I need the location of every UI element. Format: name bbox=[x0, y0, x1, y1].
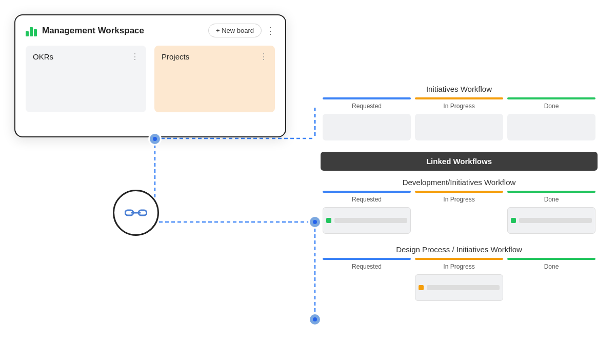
workflow-development-title: Development/Initiatives Workflow bbox=[321, 178, 598, 187]
board-item-projects[interactable]: Projects ⋮ bbox=[154, 46, 275, 112]
workflow-card-tagged bbox=[323, 207, 411, 234]
col-bar-blue bbox=[323, 258, 411, 260]
workflow-card-empty bbox=[507, 274, 595, 301]
workflow-design-columns: Requested In Progress Done bbox=[321, 258, 598, 303]
col-header-done: Done bbox=[507, 103, 595, 112]
tag-bar bbox=[334, 218, 407, 223]
col-bar-blue bbox=[323, 191, 411, 193]
col-bar-orange bbox=[415, 258, 503, 260]
workflow-card bbox=[507, 114, 595, 140]
workflow-initiatives-title: Initiatives Workflow bbox=[321, 85, 598, 93]
col-bar-orange bbox=[415, 191, 503, 193]
board-item-okrs[interactable]: OKRs ⋮ bbox=[26, 46, 146, 112]
board-item-projects-header: Projects ⋮ bbox=[162, 52, 268, 62]
tag-dot-green bbox=[326, 218, 331, 223]
workspace-card: Management Workspace + New board ⋮ OKRs … bbox=[14, 14, 286, 137]
workspace-header: Management Workspace + New board ⋮ bbox=[26, 24, 275, 37]
development-col-requested: Requested bbox=[321, 191, 413, 236]
workflow-design-title: Design Process / Initiatives Workflow bbox=[321, 245, 598, 254]
workflow-initiatives-columns: Requested In Progress Done bbox=[321, 97, 598, 143]
board-projects-title: Projects bbox=[162, 52, 189, 61]
workflow-development: Development/Initiatives Workflow Request… bbox=[321, 178, 598, 236]
new-board-button[interactable]: + New board bbox=[208, 24, 262, 37]
col-header-done: Done bbox=[507, 263, 595, 272]
bar-chart-icon bbox=[26, 25, 37, 36]
col-bar-green bbox=[507, 97, 595, 99]
workflow-card-empty bbox=[415, 207, 503, 234]
connector-node-mid bbox=[308, 215, 322, 229]
workspace-more-button[interactable]: ⋮ bbox=[266, 26, 275, 35]
workflow-card-tagged bbox=[415, 274, 503, 301]
design-col-inprogress: In Progress bbox=[413, 258, 505, 303]
initiatives-col-inprogress: In Progress bbox=[413, 97, 505, 143]
link-icon bbox=[125, 207, 147, 219]
tag-dot-green bbox=[511, 218, 516, 223]
design-col-requested: Requested bbox=[321, 258, 413, 303]
board-okrs-more[interactable]: ⋮ bbox=[131, 52, 139, 62]
workflow-design: Design Process / Initiatives Workflow Re… bbox=[321, 245, 598, 303]
initiatives-col-requested: Requested bbox=[321, 97, 413, 143]
board-item-okrs-header: OKRs ⋮ bbox=[33, 52, 139, 62]
link-circle bbox=[113, 190, 159, 236]
col-bar-green bbox=[507, 191, 595, 193]
initiatives-col-done: Done bbox=[505, 97, 598, 143]
connector-node-bottom bbox=[308, 313, 322, 326]
col-header-requested: Requested bbox=[323, 103, 411, 112]
workflow-card-empty bbox=[323, 274, 411, 301]
workflow-card-tagged bbox=[507, 207, 595, 234]
col-bar-orange bbox=[415, 97, 503, 99]
workflow-card bbox=[323, 114, 411, 140]
workspace-header-actions: + New board ⋮ bbox=[208, 24, 275, 37]
col-header-requested: Requested bbox=[323, 196, 411, 205]
workflows-area: Initiatives Workflow Requested In Progre… bbox=[321, 85, 598, 312]
tag-bar bbox=[519, 218, 592, 223]
col-header-done: Done bbox=[507, 196, 595, 205]
col-bar-blue bbox=[323, 97, 411, 99]
workflow-development-columns: Requested In Progress Done bbox=[321, 191, 598, 236]
tag-bar bbox=[427, 285, 500, 290]
workflow-initiatives: Initiatives Workflow Requested In Progre… bbox=[321, 85, 598, 143]
col-header-inprogress: In Progress bbox=[415, 103, 503, 112]
col-header-inprogress: In Progress bbox=[415, 196, 503, 205]
scene: Management Workspace + New board ⋮ OKRs … bbox=[0, 0, 616, 364]
tag-dot-orange bbox=[419, 285, 424, 290]
design-col-done: Done bbox=[505, 258, 598, 303]
col-header-requested: Requested bbox=[323, 263, 411, 272]
development-col-inprogress: In Progress bbox=[413, 191, 505, 236]
workspace-title: Management Workspace bbox=[42, 26, 144, 36]
col-bar-green bbox=[507, 258, 595, 260]
board-projects-more[interactable]: ⋮ bbox=[260, 52, 268, 62]
linked-workflows-header: Linked Workflows bbox=[321, 152, 598, 171]
workspace-title-group: Management Workspace bbox=[26, 25, 144, 36]
col-header-inprogress: In Progress bbox=[415, 263, 503, 272]
boards-row: OKRs ⋮ Projects ⋮ bbox=[26, 46, 275, 112]
board-okrs-title: OKRs bbox=[33, 52, 53, 61]
development-col-done: Done bbox=[505, 191, 598, 236]
connector-node-top bbox=[148, 132, 162, 146]
workflow-card bbox=[415, 114, 503, 140]
